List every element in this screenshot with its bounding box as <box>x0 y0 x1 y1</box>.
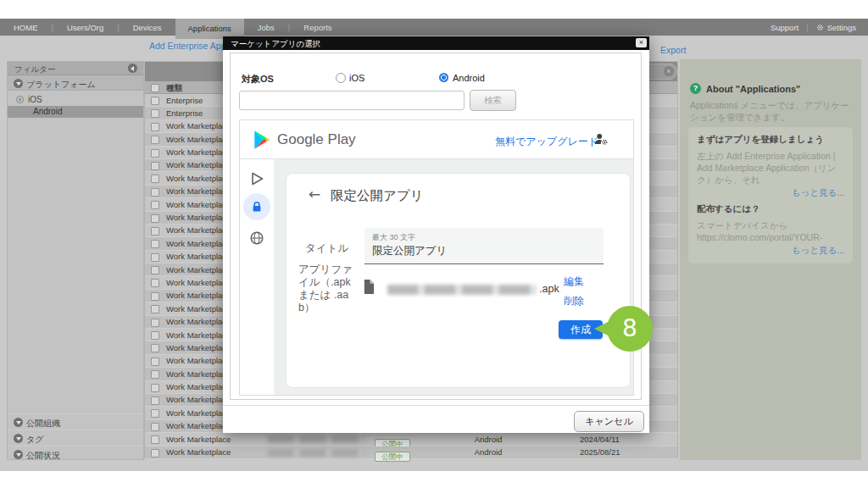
globe-tab-icon[interactable] <box>249 230 264 246</box>
row-checkbox[interactable] <box>151 227 159 236</box>
row-checkbox[interactable] <box>151 214 159 223</box>
sidebar-section-tags[interactable]: タグ <box>8 430 143 446</box>
row-checkbox[interactable] <box>151 162 159 170</box>
row-type: Work Marketplace <box>166 435 231 444</box>
nav-users-org[interactable]: Users/Org <box>53 23 117 32</box>
modal-footer-divider <box>223 405 649 406</box>
row-type: Work Marketplace <box>166 239 231 248</box>
row-checkbox[interactable] <box>151 123 159 131</box>
select-all-checkbox[interactable] <box>151 84 159 92</box>
row-checkbox[interactable] <box>151 136 159 144</box>
android-radio[interactable] <box>439 73 448 82</box>
upgrade-link[interactable]: 無料でアップグレード <box>495 135 598 149</box>
table-row[interactable]: Work Marketplace公開中Android2025/08/21 <box>145 446 677 459</box>
row-checkbox[interactable] <box>151 449 159 458</box>
nav-settings[interactable]: Settings <box>827 23 856 32</box>
private-apps-tab[interactable] <box>243 193 270 220</box>
row-checkbox[interactable] <box>151 435 159 444</box>
modal-title: マーケットアプリの選択 <box>231 39 320 50</box>
row-checkbox[interactable] <box>151 201 159 209</box>
row-checkbox[interactable] <box>151 279 159 287</box>
sidebar-section-publish-status[interactable]: 公開状況 <box>8 446 143 462</box>
help-title-row: ? About "Applications" <box>690 83 800 94</box>
row-checkbox[interactable] <box>151 331 159 340</box>
row-checkbox[interactable] <box>151 409 159 418</box>
see-more-link[interactable]: もっと見る... <box>697 245 844 257</box>
nav-jobs[interactable]: Jobs <box>244 23 288 32</box>
row-checkbox[interactable] <box>151 292 159 301</box>
export-link[interactable]: Export <box>660 45 686 55</box>
clear-search-icon[interactable]: × <box>664 66 674 76</box>
play-side-rail <box>240 159 274 395</box>
private-app-heading: 限定公開アプリ <box>331 187 424 205</box>
row-checkbox[interactable] <box>151 97 159 105</box>
row-app-name-redacted <box>268 449 365 457</box>
row-checkbox[interactable] <box>151 109 159 118</box>
file-extension: .apk <box>539 283 559 295</box>
nav-separator: | <box>806 23 808 32</box>
row-type: Work Marketplace <box>166 213 231 222</box>
row-checkbox[interactable] <box>151 384 159 392</box>
nav-home[interactable]: HOME <box>0 23 52 32</box>
row-date: 2024/04/11 <box>580 435 631 444</box>
row-checkbox[interactable] <box>151 149 159 158</box>
filter-header: フィルター <box>8 62 143 75</box>
sidebar-section-platform[interactable]: プラットフォーム <box>8 75 143 91</box>
row-type: Work Marketplace <box>166 343 231 352</box>
cancel-button[interactable]: キャンセル <box>574 411 644 432</box>
back-arrow-icon[interactable]: ← <box>309 186 320 202</box>
sidebar-item-ios[interactable]: iOS <box>8 93 143 106</box>
row-checkbox[interactable] <box>151 188 159 197</box>
chevron-circle-icon <box>14 434 23 443</box>
row-checkbox[interactable] <box>151 305 159 313</box>
ios-radio-label[interactable]: iOS <box>349 73 364 83</box>
row-os: Android <box>437 435 539 444</box>
row-checkbox[interactable] <box>151 319 159 327</box>
row-checkbox[interactable] <box>151 423 159 431</box>
row-type: Work Marketplace <box>166 135 231 144</box>
row-checkbox[interactable] <box>151 175 159 183</box>
row-checkbox[interactable] <box>151 266 159 274</box>
row-checkbox[interactable] <box>151 370 159 379</box>
nav-devices[interactable]: Devices <box>120 23 175 32</box>
sidebar-item-android[interactable]: Android <box>8 106 143 118</box>
edit-link[interactable]: 編集 <box>564 274 584 289</box>
nav-reports[interactable]: Reports <box>290 23 345 32</box>
row-checkbox[interactable] <box>151 253 159 262</box>
nav-support[interactable]: Support <box>771 23 798 32</box>
title-field-hint: 最大 30 文字 <box>372 232 415 243</box>
type-column-header[interactable]: 種類 <box>166 83 182 94</box>
row-checkbox[interactable] <box>151 396 159 405</box>
collapse-sidebar-icon[interactable] <box>128 64 137 73</box>
row-type: Work Marketplace <box>166 395 231 404</box>
google-play-header: Google Play 無料でアップグレード <box>240 120 633 159</box>
platform-section-label: プラットフォーム <box>26 79 96 91</box>
chevron-circle-icon <box>14 450 23 459</box>
help-card-body: 左上の Add Enterprise Application | Add Mar… <box>697 150 844 186</box>
table-row[interactable]: Work Marketplace公開中Android2024/04/11 <box>145 433 677 446</box>
row-date: 2025/08/21 <box>580 447 631 457</box>
android-radio-label[interactable]: Android <box>453 73 485 83</box>
help-card-title: まずはアプリを登録しましょう <box>697 134 844 146</box>
help-card-body-line1: スマートデバイスから <box>697 219 844 231</box>
row-type: Work Marketplace <box>166 174 231 183</box>
close-icon[interactable]: × <box>636 38 647 47</box>
account-gear-icon[interactable] <box>593 132 609 147</box>
ios-radio[interactable] <box>336 73 346 83</box>
search-button[interactable]: 検索 <box>470 90 516 111</box>
step-badge: 8 <box>607 306 653 352</box>
row-type: Work Marketplace <box>166 317 231 326</box>
app-search-input[interactable] <box>239 91 465 110</box>
row-app-name-redacted <box>268 435 365 443</box>
google-play-logo-icon <box>251 129 273 151</box>
play-store-tab-icon[interactable] <box>249 171 264 186</box>
row-type: Work Marketplace <box>166 147 231 157</box>
row-checkbox[interactable] <box>151 240 159 248</box>
google-play-body: ← 限定公開アプリ タイトル 最大 30 文字 限定公開アプリ アプリファイル（… <box>240 159 633 395</box>
lock-icon <box>251 201 263 213</box>
row-checkbox[interactable] <box>151 358 159 366</box>
title-field[interactable]: 最大 30 文字 限定公開アプリ <box>364 228 604 264</box>
row-checkbox[interactable] <box>151 344 159 352</box>
sidebar-section-orgs[interactable]: 公開組織 <box>8 413 143 430</box>
delete-link[interactable]: 削除 <box>564 294 584 308</box>
